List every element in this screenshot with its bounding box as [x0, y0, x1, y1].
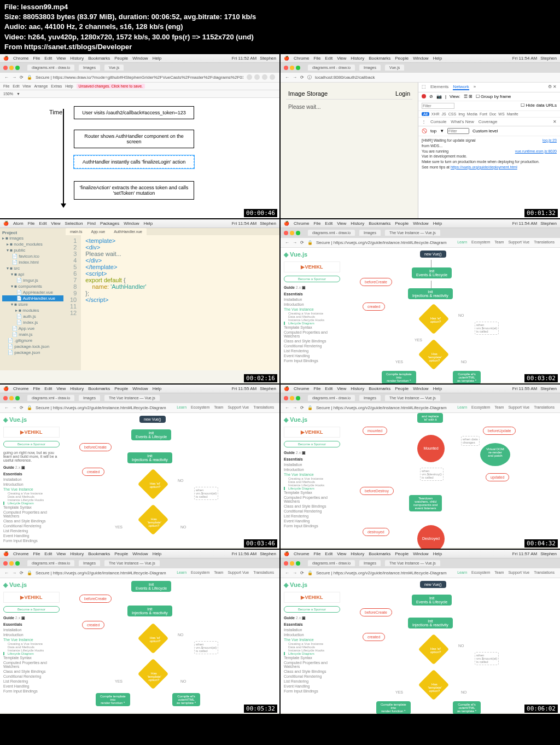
vue-sidebar[interactable]: ◈ Vue.js ▶VEHIKL Become a Sponsor Guide … [281, 248, 343, 382]
editor-tabs[interactable]: main.ts App.vue AuthHandler.vue [66, 228, 279, 235]
file-info-header: File: lesson99.mp4 Size: 88053803 bytes … [0, 0, 560, 54]
drawio-menu[interactable]: FileEditViewArrangeExtrasHelp Unsaved ch… [0, 83, 279, 90]
selected-file: 📄 AuthHandler.vue [2, 295, 63, 301]
frame-8-vue: 🍎ChromeFileEditViewHistoryBookmarksPeopl… [281, 550, 560, 714]
login-link[interactable]: Login [395, 90, 410, 97]
flow-box-4[interactable]: 'finalizeAction' extracts the access tok… [74, 181, 194, 200]
flow-box-3-selected[interactable]: AuthHandler instantly calls 'finalizeLog… [74, 155, 194, 168]
lifecycle-diagram: new Vue() Init Events & Lifecycle before… [343, 248, 560, 382]
frame-3-atom: 🍎AtomFileEditViewSelectionFindPackagesWi… [0, 219, 279, 383]
console-output: [HMR] Waiting for update signal log.js:2… [418, 136, 560, 172]
file-tree[interactable]: Project ▸ ■ images ▸ ■ node_modules ▾ ■ … [0, 228, 66, 370]
frame-2-devtools: 🍎ChromeFileEditViewHistoryBookmarksPeopl… [281, 54, 560, 218]
unsaved-warning[interactable]: Unsaved changes. Click here to save. [77, 84, 145, 89]
browser-tabs[interactable]: diagrams.xml - draw.ioImagesVue.js [0, 63, 279, 73]
video-timestamp: 00:00:46 [244, 209, 277, 217]
url-bar[interactable]: ←→⟳🔒 Secure | https://www.draw.io/?mode=… [0, 73, 279, 83]
flow-box-1[interactable]: User visits /oauth2/callback#access_toke… [74, 106, 194, 119]
network-tab: Network [453, 84, 469, 90]
devtools-panel[interactable]: ⬚Elements Network» ⚙ ✕ ⊘📷| View:☰ ⊞ ☐ Gr… [418, 83, 560, 218]
frame-7-vue: 🍎ChromeFileEditViewHistoryBookmarksPeopl… [0, 550, 279, 714]
flow-box-2[interactable]: Router shows AuthHandler component on th… [74, 130, 194, 148]
timeline-arrow [63, 109, 64, 207]
drawio-canvas[interactable]: Time User visits /oauth2/callback#access… [0, 98, 279, 218]
app-title: Image Storage [288, 90, 328, 97]
record-icon [422, 94, 426, 98]
frame-5-vue: 🍎ChromeFileEditViewHistoryBookmarksPeopl… [0, 385, 279, 549]
filter-input[interactable] [422, 103, 454, 109]
frame-6-vue: 🍎ChromeFileEditViewHistoryBookmarksPeopl… [281, 385, 560, 549]
frame-1-drawio: 🍎ChromeFileEditViewHistoryBookmarksPeopl… [0, 54, 279, 218]
code-editor[interactable]: 123456789101112 <template> <div> Please … [66, 235, 279, 370]
app-content: Image Storage Login Please wait... [281, 83, 418, 218]
frame-4-vue: 🍎ChromeFileEditViewHistoryBookmarksPeopl… [281, 219, 560, 383]
mac-menubar: 🍎ChromeFileEditViewHistoryBookmarksPeopl… [0, 54, 279, 63]
